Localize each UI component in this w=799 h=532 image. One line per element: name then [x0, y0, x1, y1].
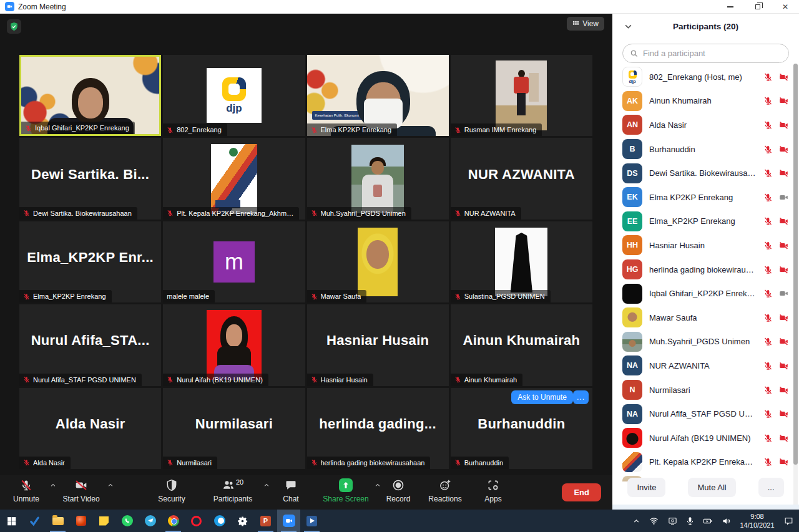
- shield-icon: [165, 479, 178, 491]
- security-button[interactable]: Security: [150, 478, 194, 503]
- battery-icon[interactable]: [698, 510, 717, 532]
- taskbar-app-blue-browser[interactable]: [208, 510, 231, 532]
- taskbar-clock[interactable]: 9:08 14/10/2021: [735, 512, 779, 530]
- mute-all-button[interactable]: Mute All: [688, 478, 735, 497]
- share-screen-button[interactable]: Share Screen: [321, 478, 371, 503]
- tile-name-label: Rusman IMM Enrekang: [451, 123, 542, 136]
- action-center-icon[interactable]: [779, 510, 798, 532]
- windows-logo-icon: [6, 516, 17, 526]
- chat-button[interactable]: Chat: [273, 478, 308, 503]
- clock-date: 14/10/2021: [740, 521, 774, 529]
- taskbar-app-todo[interactable]: [23, 510, 46, 532]
- meeting-toolbar: Unmute Start Video Security 20 Participa…: [0, 475, 612, 510]
- taskbar-app-telegram[interactable]: [139, 510, 162, 532]
- participant-tile[interactable]: djp 802_Enrekang: [163, 55, 305, 136]
- tile-name-label: herlinda gading biokewirausahaan: [307, 457, 431, 469]
- ask-to-unmute-button[interactable]: Ask to Unmute: [511, 390, 573, 404]
- close-button[interactable]: ✕: [772, 0, 799, 14]
- microphone-tray-icon[interactable]: [682, 510, 698, 532]
- participant-tile[interactable]: Nurmilasari Nurmilasari: [163, 388, 305, 469]
- participant-row[interactable]: DS Dewi Sartika. Biokewirausahaan: [612, 161, 793, 185]
- meeting-security-shield-icon[interactable]: [7, 19, 21, 34]
- taskbar-app-whatsapp[interactable]: [115, 510, 139, 532]
- participant-tile[interactable]: herlinda gading... herlinda gading bioke…: [307, 388, 449, 469]
- participant-tile[interactable]: Hasniar Husain Hasniar Husain: [307, 304, 449, 385]
- participant-tile[interactable]: Plt. Kepala KP2KP Enrekang_Akhmad R...: [163, 138, 305, 219]
- record-button[interactable]: Record: [378, 478, 418, 503]
- taskbar-app-powerpoint[interactable]: P: [254, 510, 277, 532]
- tile-more-button[interactable]: ...: [573, 390, 589, 404]
- search-input[interactable]: [643, 49, 782, 58]
- taskbar-app-zoom[interactable]: [277, 510, 300, 532]
- participant-row[interactable]: NA NUR AZWANITA: [612, 354, 793, 378]
- participant-row[interactable]: EK Elma KP2KP Enrekang: [612, 185, 793, 210]
- wifi-icon[interactable]: [644, 510, 663, 532]
- mic-muted-icon: [167, 459, 174, 466]
- panel-collapse-chevron-icon[interactable]: [624, 22, 633, 31]
- mic-muted-icon: [763, 409, 773, 418]
- participant-tile[interactable]: Elma_KP2KP Enr... Elma_KP2KP Enrekang: [19, 221, 161, 302]
- camera-off-icon: [778, 96, 789, 105]
- taskbar-app-file-explorer[interactable]: [46, 510, 69, 532]
- participant-row[interactable]: Nurul Aifah (BK19 UNIMEN): [612, 426, 793, 450]
- start-video-button[interactable]: Start Video: [59, 478, 104, 503]
- participant-row[interactable]: djp 802_Enrekang (Host, me): [612, 65, 793, 89]
- participant-tile[interactable]: Sulastina_PGSD UNIMEN: [451, 221, 592, 302]
- mic-muted-icon: [454, 459, 461, 466]
- participant-row[interactable]: B Burhanuddin: [612, 137, 793, 162]
- unmute-button[interactable]: Unmute: [6, 478, 46, 503]
- reactions-button[interactable]: Reactions: [423, 478, 467, 503]
- minimize-button[interactable]: [717, 0, 744, 14]
- participant-tile[interactable]: Rusman IMM Enrekang: [451, 55, 592, 136]
- participant-tile[interactable]: Muh.Syahril_PGDS Unimen: [307, 138, 449, 219]
- participant-row[interactable]: AN Alda Nasir: [612, 113, 793, 137]
- unmute-options-chevron[interactable]: [50, 482, 56, 488]
- participant-tile[interactable]: Mawar Saufa: [307, 221, 449, 302]
- taskbar-app-movies-tv[interactable]: [300, 510, 323, 532]
- end-meeting-button[interactable]: End: [562, 483, 601, 501]
- participant-search-box[interactable]: [622, 44, 789, 63]
- participant-row[interactable]: HH Hasniar Husain: [612, 233, 793, 258]
- participant-tile[interactable]: Iqbal Ghifari_KP2KP Enrekang: [19, 55, 161, 136]
- participant-tile[interactable]: m malele malele: [163, 221, 305, 302]
- panel-more-button[interactable]: ...: [758, 478, 784, 497]
- grid-view-icon: [572, 21, 579, 27]
- mic-muted-icon: [763, 433, 773, 443]
- participant-row[interactable]: NA Nurul Afifa_STAF PGSD UNIMEN: [612, 402, 793, 426]
- mic-muted-icon: [20, 479, 32, 491]
- participant-row[interactable]: HG herlinda gading biokewirausaha...: [612, 258, 793, 282]
- window-title: Zoom Meeting: [18, 2, 66, 11]
- participant-tile[interactable]: Kesehatan Pulih, Ekonomi Bangkit Elma KP…: [307, 55, 449, 136]
- video-options-chevron[interactable]: [107, 482, 114, 488]
- start-button[interactable]: [0, 510, 23, 532]
- participant-row[interactable]: Muh.Syahril_PGDS Unimen: [612, 330, 793, 354]
- participant-tile[interactable]: Dewi Sartika. Bi... Dewi Sartika. Biokew…: [19, 138, 161, 219]
- participant-row[interactable]: Iqbal Ghifari_KP2KP Enrekang: [612, 281, 793, 306]
- mic-muted-icon: [23, 210, 30, 216]
- apps-button[interactable]: Apps: [474, 478, 512, 503]
- participant-tile[interactable]: NUR AZWANITA NUR AZWANITA: [451, 138, 592, 219]
- participant-tile[interactable]: Nurul Afifa_STA... Nurul Afifa_STAF PGSD…: [19, 304, 161, 385]
- taskbar-app-sticky-notes[interactable]: [92, 510, 115, 532]
- participant-tile[interactable]: Burhanuddin Ask to Unmute ... Burhanuddi…: [451, 388, 592, 469]
- taskbar-app-chrome[interactable]: [162, 510, 185, 532]
- participant-row[interactable]: Mawar Saufa: [612, 306, 793, 330]
- participant-tile[interactable]: Alda Nasir Alda Nasir: [19, 388, 161, 469]
- taskbar-app-office[interactable]: [69, 510, 92, 532]
- tray-chevron-up-icon[interactable]: [628, 510, 644, 532]
- view-button[interactable]: View: [567, 17, 604, 31]
- participant-row[interactable]: N Nurmilasari: [612, 378, 793, 402]
- panel-scrollbar[interactable]: [793, 64, 798, 506]
- taskbar-app-opera[interactable]: [185, 510, 208, 532]
- invite-button[interactable]: Invite: [627, 478, 665, 497]
- display-cast-icon[interactable]: [663, 510, 682, 532]
- participants-options-chevron[interactable]: [263, 482, 270, 488]
- participants-button[interactable]: 20 Participants: [206, 478, 260, 503]
- participant-row[interactable]: EE Elma_KP2KP Enrekang: [612, 210, 793, 234]
- taskbar-app-settings[interactable]: [231, 510, 254, 532]
- participant-row[interactable]: AK Ainun Khumairah: [612, 89, 793, 114]
- volume-icon[interactable]: [717, 510, 735, 532]
- participant-tile[interactable]: Nurul Aifah (BK19 UNIMEN): [163, 304, 305, 385]
- participant-tile[interactable]: Ainun Khumairah Ainun Khumairah: [451, 304, 592, 385]
- restore-button[interactable]: [744, 0, 772, 14]
